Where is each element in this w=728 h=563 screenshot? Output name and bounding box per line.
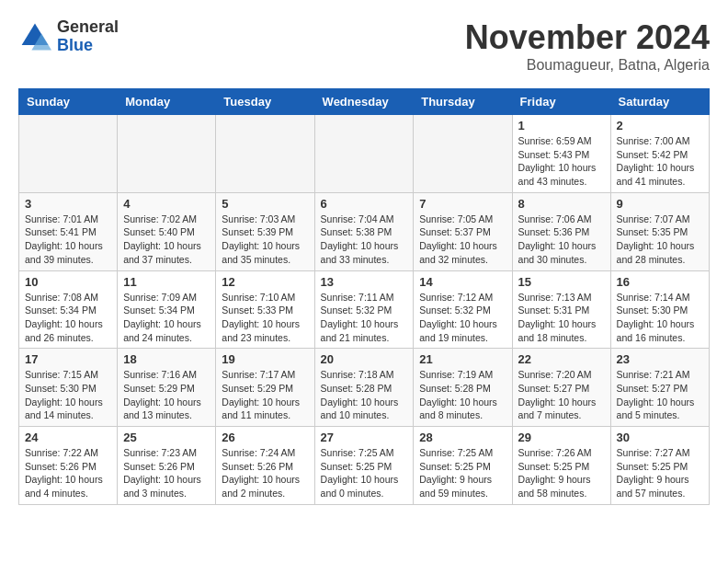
day-info: Sunrise: 7:21 AMSunset: 5:27 PMDaylight:…	[617, 368, 703, 422]
day-number: 1	[518, 119, 605, 132]
day-number: 18	[123, 352, 210, 366]
calendar-cell: 29Sunrise: 7:26 AMSunset: 5:25 PMDayligh…	[512, 427, 610, 505]
logo: General Blue	[18, 18, 119, 55]
day-number: 13	[321, 275, 408, 289]
calendar-week-4: 24Sunrise: 7:22 AMSunset: 5:26 PMDayligh…	[19, 427, 710, 505]
day-info: Sunrise: 7:08 AMSunset: 5:34 PMDaylight:…	[25, 291, 111, 345]
day-info: Sunrise: 7:22 AMSunset: 5:26 PMDaylight:…	[25, 446, 111, 500]
calendar-cell: 5Sunrise: 7:03 AMSunset: 5:39 PMDaylight…	[216, 192, 314, 270]
day-number: 26	[222, 431, 308, 444]
calendar-cell: 19Sunrise: 7:17 AMSunset: 5:29 PMDayligh…	[216, 349, 314, 427]
calendar-cell: 25Sunrise: 7:23 AMSunset: 5:26 PMDayligh…	[118, 427, 216, 505]
calendar-header-sunday: Sunday	[19, 89, 118, 115]
day-info: Sunrise: 7:00 AMSunset: 5:42 PMDaylight:…	[617, 134, 703, 189]
logo-icon	[18, 20, 51, 53]
calendar-cell: 3Sunrise: 7:01 AMSunset: 5:41 PMDaylight…	[19, 192, 118, 270]
day-number: 7	[419, 197, 506, 211]
day-number: 27	[321, 431, 408, 444]
day-info: Sunrise: 7:13 AMSunset: 5:31 PMDaylight:…	[518, 291, 605, 345]
day-info: Sunrise: 7:14 AMSunset: 5:30 PMDaylight:…	[617, 291, 703, 345]
day-number: 12	[222, 275, 308, 289]
calendar-cell: 17Sunrise: 7:15 AMSunset: 5:30 PMDayligh…	[19, 349, 118, 427]
day-info: Sunrise: 7:07 AMSunset: 5:35 PMDaylight:…	[617, 213, 703, 267]
day-number: 15	[518, 275, 605, 289]
day-info: Sunrise: 7:18 AMSunset: 5:28 PMDaylight:…	[321, 368, 408, 422]
day-info: Sunrise: 7:19 AMSunset: 5:28 PMDaylight:…	[419, 368, 506, 422]
day-number: 30	[617, 431, 703, 444]
day-number: 16	[617, 275, 703, 289]
calendar-week-0: 1Sunrise: 6:59 AMSunset: 5:43 PMDaylight…	[19, 115, 710, 193]
day-number: 10	[25, 275, 111, 289]
calendar-cell: 9Sunrise: 7:07 AMSunset: 5:35 PMDaylight…	[610, 192, 709, 270]
calendar-cell: 10Sunrise: 7:08 AMSunset: 5:34 PMDayligh…	[19, 270, 118, 349]
day-number: 23	[617, 352, 703, 366]
day-number: 6	[321, 197, 408, 211]
calendar-cell: 26Sunrise: 7:24 AMSunset: 5:26 PMDayligh…	[216, 427, 314, 505]
day-number: 29	[518, 431, 605, 444]
calendar-week-2: 10Sunrise: 7:08 AMSunset: 5:34 PMDayligh…	[19, 270, 710, 349]
calendar-cell: 23Sunrise: 7:21 AMSunset: 5:27 PMDayligh…	[610, 349, 709, 427]
calendar-cell: 11Sunrise: 7:09 AMSunset: 5:34 PMDayligh…	[118, 270, 216, 349]
calendar-header-wednesday: Wednesday	[314, 89, 414, 115]
calendar-cell: 16Sunrise: 7:14 AMSunset: 5:30 PMDayligh…	[610, 270, 709, 349]
calendar-cell: 15Sunrise: 7:13 AMSunset: 5:31 PMDayligh…	[512, 270, 610, 349]
calendar-cell: 22Sunrise: 7:20 AMSunset: 5:27 PMDayligh…	[512, 349, 610, 427]
calendar-header-row: SundayMondayTuesdayWednesdayThursdayFrid…	[19, 89, 710, 115]
calendar-header-monday: Monday	[118, 89, 216, 115]
day-info: Sunrise: 7:01 AMSunset: 5:41 PMDaylight:…	[25, 213, 111, 267]
day-number: 11	[123, 275, 210, 289]
calendar-header-tuesday: Tuesday	[216, 89, 314, 115]
day-info: Sunrise: 7:23 AMSunset: 5:26 PMDaylight:…	[123, 446, 210, 500]
day-info: Sunrise: 7:27 AMSunset: 5:25 PMDaylight:…	[617, 446, 703, 500]
calendar-cell: 20Sunrise: 7:18 AMSunset: 5:28 PMDayligh…	[314, 349, 414, 427]
calendar-cell: 2Sunrise: 7:00 AMSunset: 5:42 PMDaylight…	[610, 115, 709, 193]
calendar-cell: 1Sunrise: 6:59 AMSunset: 5:43 PMDaylight…	[512, 115, 610, 193]
day-info: Sunrise: 7:26 AMSunset: 5:25 PMDaylight:…	[518, 446, 605, 500]
day-info: Sunrise: 7:11 AMSunset: 5:32 PMDaylight:…	[321, 291, 408, 345]
day-number: 25	[123, 431, 210, 444]
day-number: 3	[25, 197, 111, 211]
day-info: Sunrise: 6:59 AMSunset: 5:43 PMDaylight:…	[518, 134, 605, 189]
calendar-cell	[414, 115, 512, 193]
day-info: Sunrise: 7:17 AMSunset: 5:29 PMDaylight:…	[222, 368, 308, 422]
day-number: 19	[222, 352, 308, 366]
calendar-cell: 30Sunrise: 7:27 AMSunset: 5:25 PMDayligh…	[610, 427, 709, 505]
title-block: November 2024 Boumagueur, Batna, Algeria	[465, 18, 710, 74]
logo-text: General Blue	[57, 18, 119, 55]
calendar-header-thursday: Thursday	[414, 89, 512, 115]
day-info: Sunrise: 7:03 AMSunset: 5:39 PMDaylight:…	[222, 213, 308, 267]
day-number: 2	[617, 119, 703, 132]
day-info: Sunrise: 7:25 AMSunset: 5:25 PMDaylight:…	[321, 446, 408, 500]
calendar-cell	[118, 115, 216, 193]
calendar-header-friday: Friday	[512, 89, 610, 115]
day-info: Sunrise: 7:04 AMSunset: 5:38 PMDaylight:…	[321, 213, 408, 267]
day-number: 14	[419, 275, 506, 289]
calendar-week-1: 3Sunrise: 7:01 AMSunset: 5:41 PMDaylight…	[19, 192, 710, 270]
calendar-cell: 8Sunrise: 7:06 AMSunset: 5:36 PMDaylight…	[512, 192, 610, 270]
day-number: 4	[123, 197, 210, 211]
day-info: Sunrise: 7:24 AMSunset: 5:26 PMDaylight:…	[222, 446, 308, 500]
day-number: 24	[25, 431, 111, 444]
day-info: Sunrise: 7:12 AMSunset: 5:32 PMDaylight:…	[419, 291, 506, 345]
day-number: 21	[419, 352, 506, 366]
day-info: Sunrise: 7:10 AMSunset: 5:33 PMDaylight:…	[222, 291, 308, 345]
calendar-week-3: 17Sunrise: 7:15 AMSunset: 5:30 PMDayligh…	[19, 349, 710, 427]
day-info: Sunrise: 7:05 AMSunset: 5:37 PMDaylight:…	[419, 213, 506, 267]
logo-blue: Blue	[57, 37, 119, 55]
calendar-table: SundayMondayTuesdayWednesdayThursdayFrid…	[18, 88, 710, 505]
calendar-cell: 28Sunrise: 7:25 AMSunset: 5:25 PMDayligh…	[414, 427, 512, 505]
day-number: 22	[518, 352, 605, 366]
day-number: 17	[25, 352, 111, 366]
day-info: Sunrise: 7:06 AMSunset: 5:36 PMDaylight:…	[518, 213, 605, 267]
calendar-cell: 24Sunrise: 7:22 AMSunset: 5:26 PMDayligh…	[19, 427, 118, 505]
calendar-cell: 14Sunrise: 7:12 AMSunset: 5:32 PMDayligh…	[414, 270, 512, 349]
day-number: 9	[617, 197, 703, 211]
calendar-cell	[19, 115, 118, 193]
calendar-cell: 12Sunrise: 7:10 AMSunset: 5:33 PMDayligh…	[216, 270, 314, 349]
page-header: General Blue November 2024 Boumagueur, B…	[18, 18, 710, 74]
location: Boumagueur, Batna, Algeria	[465, 57, 710, 74]
calendar-cell	[314, 115, 414, 193]
day-info: Sunrise: 7:15 AMSunset: 5:30 PMDaylight:…	[25, 368, 111, 422]
day-info: Sunrise: 7:16 AMSunset: 5:29 PMDaylight:…	[123, 368, 210, 422]
logo-general: General	[57, 18, 119, 37]
